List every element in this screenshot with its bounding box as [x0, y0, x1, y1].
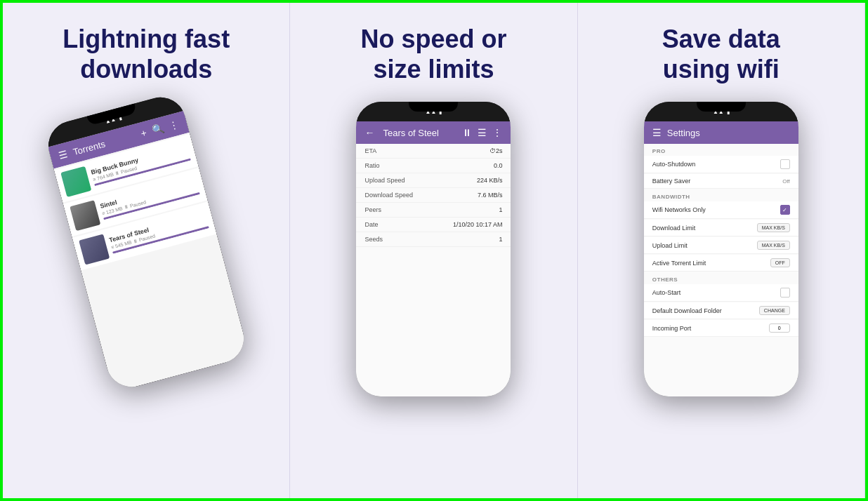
settings-row-wifi: Wifi Networks Only ✓	[644, 201, 798, 219]
settings-button-active-torrent[interactable]: OFF	[770, 258, 790, 267]
menu-icon[interactable]: ☰	[58, 148, 70, 161]
settings-label-wifi: Wifi Networks Only	[652, 206, 706, 213]
detail-label-seeds: Seeds	[364, 236, 383, 243]
panel-lightning-fast: Lightning fastdownloads ▲▲ ▮ ☰ Torrents …	[3, 3, 290, 498]
phone-3: ▲▲ ▮ ☰ Settings PRO Auto-Shutdown Batter…	[644, 102, 798, 396]
settings-checkbox-autoshutdown[interactable]	[780, 159, 790, 169]
detail-row-peers: Peers 1	[356, 203, 511, 218]
detail-value-ratio: 0.0	[494, 162, 503, 169]
panel2-title: No speed orsize limits	[360, 24, 506, 84]
detail-label-upload: Upload Speed	[364, 177, 405, 184]
phone1-screen: ☰ Torrents + 🔍 ⋮ Big Buck Bunny ≡ 764 MB…	[48, 111, 249, 392]
overflow-icon-2[interactable]: ⋮	[492, 127, 502, 138]
settings-label-active-torrent: Active Torrent Limit	[652, 260, 706, 267]
overflow-icon[interactable]: ⋮	[167, 119, 180, 132]
detail-label-download: Download Speed	[364, 192, 413, 199]
section-header-pro: PRO	[644, 144, 798, 156]
settings-row-active-torrent: Active Torrent Limit OFF	[644, 255, 798, 272]
torrent-list: Big Buck Bunny ≡ 764 MB ⏸ Paused Sintel	[54, 133, 250, 393]
detail-row-upload: Upload Speed 224 KB/s	[356, 173, 511, 188]
settings-row-download-limit: Download Limit MAX KB/S	[644, 220, 798, 236]
settings-input-incoming-port[interactable]: 0	[769, 323, 790, 333]
detail-value-download: 7.6 MB/s	[478, 192, 503, 199]
settings-row-incoming-port: Incoming Port 0	[644, 320, 798, 337]
settings-label-autostart: Auto-Start	[652, 289, 681, 296]
panel-save-data: Save datausing wifi ▲▲ ▮ ☰ Settings PRO …	[578, 3, 865, 498]
phone3-notch	[697, 102, 746, 112]
detail-row-date: Date 1/10/20 10:17 AM	[356, 218, 511, 232]
detail-row-eta: ETA ⏱2s	[356, 144, 511, 159]
section-header-bandwidth: BANDWIDTH	[644, 189, 798, 201]
detail-row-seeds: Seeds 1	[356, 232, 511, 247]
detail-row-download: Download Speed 7.6 MB/s	[356, 188, 511, 203]
settings-button-upload-limit[interactable]: MAX KB/S	[757, 241, 790, 250]
settings-bar-title: Settings	[667, 128, 790, 138]
detail-value-date: 1/10/20 10:17 AM	[453, 221, 503, 228]
settings-checkbox-autostart[interactable]	[780, 288, 790, 298]
settings-screen: PRO Auto-Shutdown Battery Saver Off BAND…	[644, 144, 798, 396]
phone3-app-bar: ☰ Settings	[644, 121, 798, 144]
phone2-app-bar: ← Tears of Steel ⏸ ☰ ⋮	[356, 121, 511, 144]
detail-value-peers: 1	[499, 206, 502, 213]
settings-row-autostart: Auto-Start	[644, 284, 798, 302]
detail-label-ratio: Ratio	[364, 162, 379, 169]
settings-label-incoming-port: Incoming Port	[652, 325, 692, 332]
panel-no-limits: No speed orsize limits ▲▲ ▮ ← Tears of S…	[290, 3, 577, 498]
phone2-notch-area: ▲▲ ▮	[356, 102, 511, 121]
phone2-notch	[409, 102, 458, 112]
detail-value-eta: ⏱2s	[489, 147, 503, 154]
pause-icon[interactable]: ⏸	[462, 127, 472, 138]
settings-row-battery: Battery Saver Off	[644, 174, 798, 189]
back-icon[interactable]: ←	[364, 127, 374, 138]
settings-row-download-folder: Default Download Folder CHANGE	[644, 302, 798, 319]
settings-label-download-limit: Download Limit	[652, 225, 696, 232]
phone2-screen: ← Tears of Steel ⏸ ☰ ⋮ ETA ⏱2s Ratio 0.0…	[356, 121, 511, 396]
settings-label-battery: Battery Saver	[652, 178, 691, 185]
list-icon[interactable]: ☰	[478, 127, 487, 138]
search-icon[interactable]: 🔍	[150, 123, 165, 137]
phone3-screen: ☰ Settings PRO Auto-Shutdown Battery Sav…	[644, 121, 798, 396]
settings-label-autoshutdown: Auto-Shutdown	[652, 161, 696, 168]
settings-value-battery: Off	[782, 178, 790, 185]
torrent-thumb-1	[60, 166, 91, 197]
detail-value-seeds: 1	[499, 236, 502, 243]
detail-screen: ETA ⏱2s Ratio 0.0 Upload Speed 224 KB/s …	[356, 144, 511, 396]
torrent-thumb-3	[79, 234, 110, 265]
settings-label-upload-limit: Upload Limit	[652, 242, 688, 249]
detail-row-ratio: Ratio 0.0	[356, 159, 511, 173]
phone-1: ▲▲ ▮ ☰ Torrents + 🔍 ⋮ Big Buck Bunny ≡ 7…	[43, 92, 249, 392]
settings-button-download-folder[interactable]: CHANGE	[759, 306, 790, 315]
detail-label-date: Date	[364, 221, 378, 228]
settings-row-autoshutdown: Auto-Shutdown	[644, 156, 798, 173]
panel1-title: Lightning fastdownloads	[63, 24, 230, 84]
panel3-title: Save datausing wifi	[662, 24, 780, 84]
settings-button-download-limit[interactable]: MAX KB/S	[757, 223, 790, 232]
detail-label-peers: Peers	[364, 206, 381, 213]
phone3-notch-area: ▲▲ ▮	[644, 102, 798, 121]
settings-menu-icon[interactable]: ☰	[652, 127, 662, 138]
phone-2: ▲▲ ▮ ← Tears of Steel ⏸ ☰ ⋮ ETA ⏱2s Rati…	[356, 102, 511, 396]
settings-label-download-folder: Default Download Folder	[652, 307, 722, 314]
detail-label-eta: ETA	[364, 147, 376, 154]
torrent-thumb-2	[70, 200, 100, 231]
settings-row-upload-limit: Upload Limit MAX KB/S	[644, 237, 798, 254]
section-header-others: OTHERS	[644, 272, 798, 284]
add-icon[interactable]: +	[140, 127, 148, 140]
detail-value-upload: 224 KB/s	[477, 177, 503, 184]
detail-bar-title: Tears of Steel	[383, 128, 456, 138]
settings-checkbox-wifi[interactable]: ✓	[780, 205, 790, 215]
